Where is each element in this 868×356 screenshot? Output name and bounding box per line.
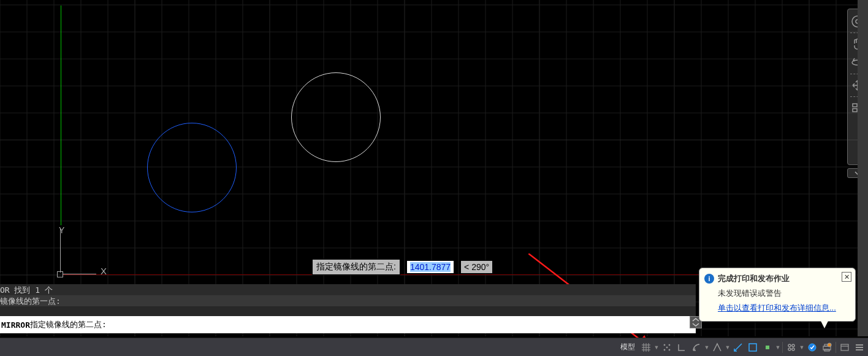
osnap-dropdown[interactable]: ▼ — [775, 344, 781, 350]
isodraft-dropdown[interactable]: ▼ — [725, 344, 731, 350]
snap-toggle[interactable] — [660, 339, 674, 355]
polar-dropdown[interactable]: ▼ — [704, 344, 710, 350]
menu-button[interactable] — [852, 339, 867, 355]
info-icon: i — [704, 274, 714, 284]
svg-rect-50 — [853, 109, 857, 112]
model-button[interactable]: 模型 — [617, 339, 639, 355]
svg-point-68 — [828, 343, 831, 347]
svg-point-57 — [666, 347, 668, 348]
command-prompt-line: 镜像线的第一点: — [0, 295, 696, 306]
customization-button[interactable] — [837, 339, 852, 355]
svg-point-62 — [788, 348, 791, 350]
osnap-toggle[interactable] — [745, 339, 760, 355]
svg-point-53 — [664, 344, 665, 346]
workspace-dropdown[interactable]: ▼ — [799, 344, 805, 350]
balloon-close-button[interactable]: ✕ — [842, 272, 851, 282]
dynamic-angle-input[interactable]: < 290° — [460, 260, 493, 274]
notification-balloon: i 完成打印和发布作业 ✕ 未发现错误或警告 单击以查看打印和发布详细信息... — [699, 268, 856, 322]
svg-point-60 — [788, 344, 791, 347]
balloon-message: 未发现错误或警告 — [718, 288, 850, 299]
grid-dropdown[interactable]: ▼ — [653, 344, 660, 350]
svg-point-63 — [792, 348, 794, 350]
command-input[interactable]: MIRROR 指定镜像线的第二点: — [0, 316, 696, 333]
isodraft-toggle[interactable] — [710, 339, 725, 355]
balloon-link[interactable]: 单击以查看打印和发布详细信息... — [718, 303, 836, 312]
vertical-scrollbar[interactable] — [858, 0, 868, 336]
svg-point-61 — [792, 344, 794, 347]
svg-rect-58 — [749, 344, 756, 351]
svg-point-54 — [669, 344, 670, 346]
grid-toggle[interactable] — [639, 339, 653, 355]
command-line-area: OR 找到 1 个 镜像线的第一点: MIRROR 指定镜像线的第二点: — [0, 284, 696, 333]
svg-rect-69 — [841, 344, 848, 350]
dynamic-distance-input[interactable]: 1401.7877 — [406, 260, 454, 274]
svg-point-56 — [669, 349, 670, 350]
polar-toggle[interactable] — [689, 339, 704, 355]
osnap-2d[interactable] — [760, 339, 775, 355]
svg-rect-59 — [766, 346, 769, 349]
dynamic-prompt-label: 指定镜像线的第二点: — [312, 259, 400, 275]
selected-circle[interactable] — [147, 123, 237, 212]
dynamic-input-group: 指定镜像线的第二点: 1401.7877 < 290° — [312, 259, 493, 275]
annotation-monitor-button[interactable] — [805, 339, 820, 355]
workspace-button[interactable] — [784, 339, 799, 355]
mirrored-circle-preview — [291, 72, 381, 162]
command-history-line: OR 找到 1 个 — [0, 284, 696, 295]
otrack-toggle[interactable] — [731, 339, 745, 355]
ortho-toggle[interactable] — [674, 339, 689, 355]
svg-rect-49 — [853, 104, 857, 107]
plot-publish-button[interactable] — [820, 339, 834, 355]
svg-point-55 — [664, 349, 665, 350]
balloon-title-text: 完成打印和发布作业 — [718, 273, 790, 284]
status-bar: 模型 ▼ ▼ ▼ ▼ ▼ — [0, 338, 868, 356]
